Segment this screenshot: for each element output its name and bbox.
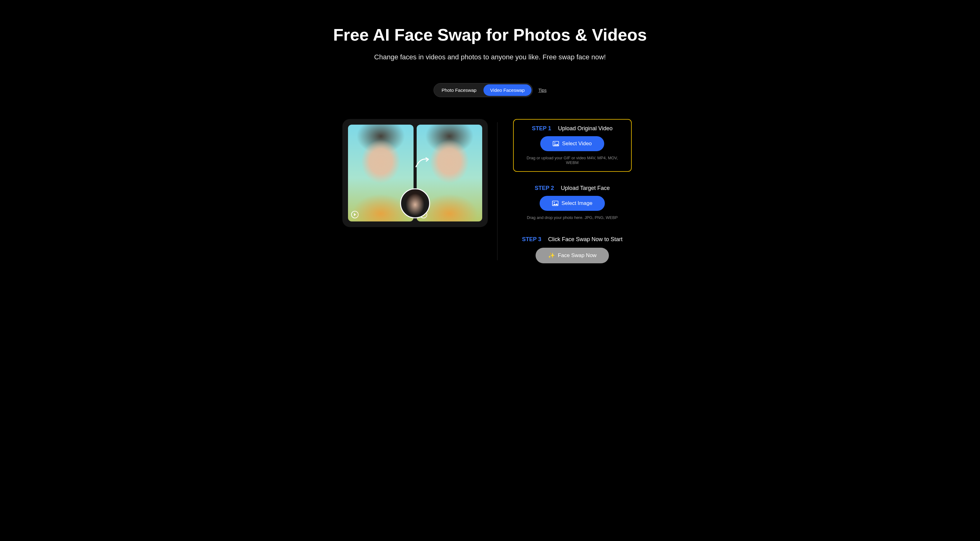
- preview-card: [342, 119, 488, 227]
- step-3-box: STEP 3 Click Face Swap Now to Start ✨ Fa…: [522, 236, 623, 263]
- hero-subtitle: Change faces in videos and photos to any…: [374, 53, 606, 61]
- select-image-button[interactable]: Select Image: [539, 196, 605, 211]
- image-icon: [552, 201, 558, 206]
- step-1-header: STEP 1 Upload Original Video: [532, 125, 612, 132]
- step-1-hint: Drag or upload your GIF or video M4V, MP…: [520, 156, 625, 165]
- select-video-button[interactable]: Select Video: [540, 136, 604, 151]
- image-icon: [553, 141, 559, 147]
- sparkle-icon: ✨: [548, 252, 555, 259]
- step-1-num: STEP 1: [532, 125, 551, 132]
- step-2-num: STEP 2: [535, 185, 554, 192]
- steps-column: STEP 1 Upload Original Video Select Vide…: [507, 119, 638, 263]
- select-video-label: Select Video: [562, 140, 592, 147]
- step-1-title: Upload Original Video: [558, 125, 612, 132]
- swap-arrow-icon: [414, 156, 431, 169]
- vertical-divider: [497, 122, 498, 260]
- step-2-box: STEP 2 Upload Target Face Select Image D…: [513, 179, 632, 226]
- face-swap-now-button[interactable]: ✨ Face Swap Now: [536, 248, 609, 263]
- main-row: STEP 1 Upload Original Video Select Vide…: [342, 119, 638, 263]
- select-image-label: Select Image: [562, 200, 592, 206]
- face-swap-now-label: Face Swap Now: [558, 252, 597, 259]
- step-3-title: Click Face Swap Now to Start: [548, 236, 622, 243]
- step-3-num: STEP 3: [522, 236, 541, 243]
- tips-link[interactable]: Tips: [538, 88, 546, 93]
- step-2-header: STEP 2 Upload Target Face: [535, 185, 609, 192]
- play-icon[interactable]: [351, 211, 359, 218]
- step-2-hint: Drag and drop your photo here. JPG, PNG,…: [527, 215, 618, 220]
- hero-title: Free AI Face Swap for Photos & Videos: [333, 25, 647, 45]
- svg-point-1: [554, 142, 555, 144]
- mode-row: Photo Faceswap Video Faceswap Tips: [434, 83, 546, 97]
- mode-toggle: Photo Faceswap Video Faceswap: [434, 83, 533, 97]
- tab-video-faceswap[interactable]: Video Faceswap: [484, 85, 532, 96]
- step-2-title: Upload Target Face: [561, 185, 610, 192]
- step-1-box: STEP 1 Upload Original Video Select Vide…: [513, 119, 632, 172]
- step-3-header: STEP 3 Click Face Swap Now to Start: [522, 236, 623, 243]
- tab-photo-faceswap[interactable]: Photo Faceswap: [435, 85, 484, 96]
- target-face-thumbnail: [400, 188, 430, 218]
- svg-point-3: [554, 202, 555, 203]
